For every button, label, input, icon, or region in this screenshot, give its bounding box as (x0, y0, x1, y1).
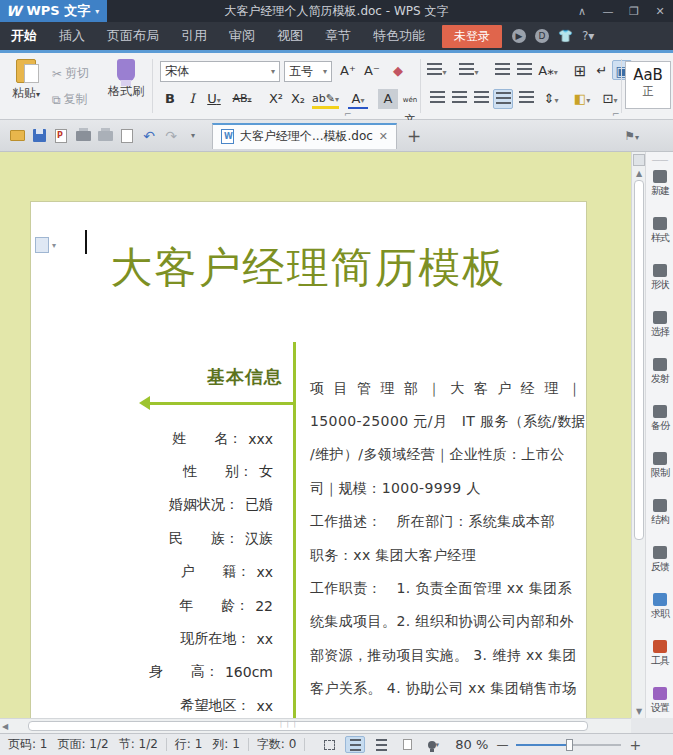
docer-icon[interactable]: D (535, 29, 549, 43)
line-spacing-button[interactable]: ⇕▾ (541, 89, 561, 109)
export-pdf-icon[interactable] (52, 127, 70, 145)
bold-button[interactable]: B (160, 89, 180, 109)
horizontal-scrollbar-thumb[interactable] (28, 721, 588, 731)
doc-organize-icon[interactable]: ⚑▾ (624, 129, 639, 143)
paste-button[interactable]: 粘贴▾ (8, 59, 44, 102)
cut-button[interactable]: ✂剪切 (52, 65, 89, 82)
tab-section[interactable]: 章节 (314, 22, 362, 50)
login-button[interactable]: 未登录 (442, 25, 502, 48)
quickbar-dropdown-icon[interactable]: ▾ (184, 127, 202, 145)
font-dialog-launcher-icon[interactable]: ⌐ (344, 109, 352, 119)
sidebar-item-select[interactable]: 选择 (646, 306, 673, 353)
bullet-list-button[interactable]: ▾ (427, 61, 447, 81)
close-icon[interactable]: ✕ (647, 5, 673, 18)
sidebar-item-shapes[interactable]: 形状 (646, 259, 673, 306)
insert-table-icon[interactable]: ⊞ (570, 61, 590, 81)
style-gallery-item[interactable]: AaB 正 (625, 61, 671, 109)
maximize-icon[interactable]: ❐ (621, 5, 647, 18)
save-icon[interactable] (30, 127, 48, 145)
skin-icon[interactable]: 👕 (558, 29, 573, 43)
tab-home[interactable]: 开始 (0, 22, 48, 50)
clear-format-button[interactable]: ◆ (388, 61, 408, 81)
char-shading-button[interactable]: A (378, 89, 398, 109)
word-count[interactable]: 字数: 0 (249, 738, 305, 752)
format-painter-button[interactable]: 格式刷 (104, 59, 148, 100)
align-right-icon[interactable] (471, 89, 491, 109)
undo-icon[interactable]: ↶ (140, 127, 158, 145)
page-preview-icon[interactable] (118, 127, 136, 145)
close-document-icon[interactable]: ✕ (379, 130, 388, 143)
zoom-out-button[interactable]: — (496, 738, 508, 752)
collapse-ribbon-icon[interactable]: ∧ (569, 5, 595, 18)
scroll-up-icon[interactable]: ▲ (632, 169, 646, 178)
outline-view-icon[interactable] (371, 736, 391, 753)
sidebar-item-tools[interactable]: 工具 (646, 635, 673, 682)
superscript-button[interactable]: X² (266, 89, 286, 109)
scroll-left-icon[interactable]: ◀ (2, 719, 8, 734)
tab-references[interactable]: 引用 (170, 22, 218, 50)
highlight-color-button[interactable]: ab✎▾ (312, 89, 339, 109)
sidebar-item-launch[interactable]: 发射 (646, 353, 673, 400)
strikethrough-button[interactable]: AB▾ (232, 89, 252, 109)
doc-protect-icon[interactable] (397, 736, 417, 753)
pinyin-guide-button[interactable]: wén文 (400, 89, 420, 109)
vertical-scrollbar[interactable]: ▲ ▼ (631, 152, 645, 718)
open-folder-icon[interactable] (8, 127, 26, 145)
zoom-level[interactable]: 80 % (455, 737, 488, 752)
borders-button[interactable]: ⊡▾ (600, 89, 620, 109)
copy-button[interactable]: ⧉复制 (52, 91, 88, 108)
play-circle-icon[interactable]: ▶ (512, 29, 526, 43)
ruler-toggle-icon[interactable] (633, 154, 645, 166)
fullscreen-view-icon[interactable] (319, 736, 339, 753)
tab-view[interactable]: 视图 (266, 22, 314, 50)
distribute-text-icon[interactable] (516, 89, 536, 109)
minimize-icon[interactable]: — (595, 5, 621, 18)
print-icon[interactable] (74, 127, 92, 145)
italic-button[interactable]: I (182, 89, 202, 109)
wps-menu-button[interactable]: W WPS 文字 ▾ (0, 0, 107, 22)
help-icon[interactable]: ?▾ (582, 29, 594, 43)
font-size-select[interactable]: 五号▾ (284, 61, 332, 82)
tab-review[interactable]: 审阅 (218, 22, 266, 50)
underline-button[interactable]: U▾ (204, 89, 224, 109)
font-name-select[interactable]: 宋体▾ (160, 61, 280, 82)
subscript-button[interactable]: X₂ (288, 89, 308, 109)
sidebar-item-job-search[interactable]: 求职 (646, 588, 673, 635)
document-page[interactable]: ▾ 大客户经理简历模板 基本信息 姓 名：xxx 性 别：女 婚姻状况：已婚 民… (31, 202, 586, 718)
document-tab[interactable]: 大客户经理个...模板.doc ✕ (212, 123, 397, 149)
horizontal-scrollbar[interactable]: ◀ ❘❘❘ ▶ (0, 718, 645, 733)
new-document-tab-button[interactable]: + (407, 126, 421, 146)
increase-indent-icon[interactable] (514, 61, 534, 81)
font-color-button[interactable]: A▾ (348, 89, 368, 109)
decrease-indent-icon[interactable] (492, 61, 512, 81)
grow-font-button[interactable]: A⁺ (338, 61, 358, 81)
scroll-down-icon[interactable]: ▼ (632, 707, 646, 716)
align-left-icon[interactable] (427, 89, 447, 109)
sidebar-item-styles[interactable]: 样式 (646, 212, 673, 259)
sidebar-collapse-handle[interactable]: —— (646, 152, 673, 165)
print-layout-view-icon[interactable] (345, 736, 365, 753)
zoom-in-button[interactable]: + (629, 737, 641, 753)
sidebar-item-backup[interactable]: 备份 (646, 400, 673, 447)
sidebar-item-restrict[interactable]: 限制 (646, 447, 673, 494)
sidebar-item-new[interactable]: 新建 (646, 165, 673, 212)
redo-icon[interactable]: ↷ (162, 127, 180, 145)
vertical-scrollbar-thumb[interactable] (634, 180, 644, 540)
zoom-slider-thumb[interactable] (566, 739, 573, 751)
shading-button[interactable]: ◧▾ (572, 89, 592, 109)
align-center-icon[interactable] (449, 89, 469, 109)
tab-special-features[interactable]: 特色功能 (362, 22, 436, 50)
shrink-font-button[interactable]: A⁻ (362, 61, 382, 81)
paragraph-dialog-launcher-icon[interactable]: ⌐ (612, 109, 620, 119)
document-canvas[interactable]: ▾ 大客户经理简历模板 基本信息 姓 名：xxx 性 别：女 婚姻状况：已婚 民… (0, 152, 631, 718)
tab-insert[interactable]: 插入 (48, 22, 96, 50)
sidebar-item-feedback[interactable]: 反馈 (646, 541, 673, 588)
eye-protection-mode-icon[interactable]: ▾ (423, 736, 443, 753)
print-preview-icon[interactable] (96, 127, 114, 145)
sidebar-item-structure[interactable]: 结构 (646, 494, 673, 541)
zoom-slider[interactable] (516, 744, 621, 746)
show-marks-icon[interactable]: ↵ (592, 61, 612, 81)
tab-page-layout[interactable]: 页面布局 (96, 22, 170, 50)
align-justify-icon[interactable] (493, 89, 513, 109)
text-effects-button[interactable]: A⁎▾ (538, 61, 558, 81)
